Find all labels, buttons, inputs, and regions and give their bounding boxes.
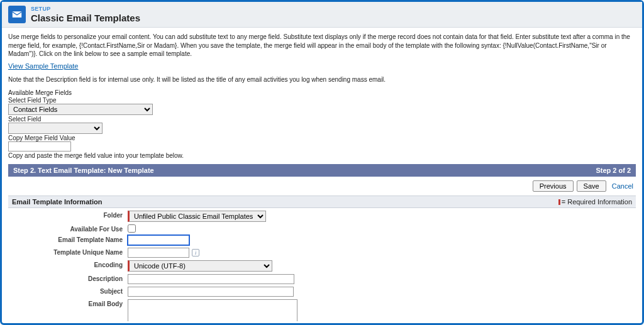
- merge-fields-heading: Available Merge Fields: [8, 89, 636, 96]
- email-body-label: Email Body: [8, 299, 128, 307]
- select-field-dropdown[interactable]: [8, 123, 103, 134]
- previous-button[interactable]: Previous: [533, 180, 574, 192]
- email-body-textarea[interactable]: [128, 299, 297, 322]
- field-type-select[interactable]: Contact Fields: [8, 104, 153, 115]
- top-button-row: Previous Save Cancel: [8, 177, 636, 196]
- folder-label: Folder: [8, 211, 128, 219]
- intro-text: Use merge fields to personalize your ema…: [8, 33, 636, 58]
- copy-merge-label: Copy Merge Field Value: [8, 135, 636, 141]
- field-type-label: Select Field Type: [8, 97, 636, 104]
- template-name-input[interactable]: [128, 235, 189, 245]
- section-header: Email Template Information = Required In…: [8, 196, 636, 208]
- description-label: Description: [8, 274, 128, 282]
- folder-select[interactable]: Unfiled Public Classic Email Templates: [128, 211, 266, 222]
- available-label: Available For Use: [8, 224, 128, 233]
- info-icon[interactable]: i: [192, 249, 199, 256]
- step-title: Step 2. Text Email Template: New Templat…: [13, 167, 154, 174]
- copy-merge-hint: Copy and paste the merge field value int…: [8, 152, 636, 159]
- available-checkbox[interactable]: [128, 224, 136, 233]
- save-button[interactable]: Save: [577, 180, 606, 192]
- email-icon: [8, 6, 26, 23]
- cancel-link[interactable]: Cancel: [612, 182, 633, 190]
- step-indicator: Step 2 of 2: [596, 167, 631, 174]
- sample-template-link[interactable]: View Sample Template: [8, 62, 79, 70]
- encoding-select[interactable]: Unicode (UTF-8): [128, 260, 272, 272]
- setup-label: SETUP: [31, 6, 140, 12]
- template-name-label: Email Template Name: [8, 235, 128, 243]
- page-title: Classic Email Templates: [31, 13, 140, 23]
- section-title: Email Template Information: [12, 198, 102, 206]
- copy-merge-input[interactable]: [8, 141, 71, 151]
- step-bar: Step 2. Text Email Template: New Templat…: [8, 164, 636, 177]
- page-header: SETUP Classic Email Templates: [2, 2, 642, 28]
- select-field-label: Select Field: [8, 116, 636, 123]
- encoding-label: Encoding: [8, 260, 128, 268]
- unique-name-label: Template Unique Name: [8, 248, 128, 256]
- unique-name-input[interactable]: [128, 248, 189, 258]
- description-note: Note that the Description field is for i…: [8, 76, 636, 83]
- subject-label: Subject: [8, 287, 128, 295]
- description-input[interactable]: [128, 274, 294, 284]
- required-hint: = Required Information: [558, 198, 632, 206]
- subject-input[interactable]: [128, 287, 294, 297]
